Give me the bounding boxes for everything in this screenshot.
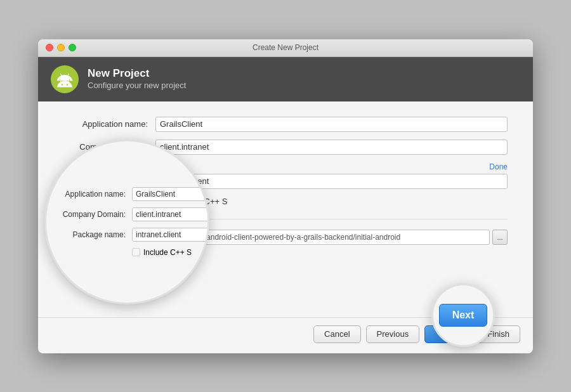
- done-row: Done: [63, 162, 508, 171]
- company-domain-label: Company Domain:: [63, 142, 155, 152]
- close-button[interactable]: [46, 44, 53, 51]
- project-location-label: Project loca...: [63, 232, 155, 242]
- project-location-input[interactable]: [155, 230, 490, 245]
- header-text-block: New Project Configure your new project: [88, 67, 186, 91]
- mag-include-cpp-label: Include C++ S: [143, 248, 192, 257]
- app-name-label: Application name:: [63, 119, 155, 129]
- window-title: Create New Project: [253, 43, 318, 52]
- header-title: New Project: [88, 67, 186, 81]
- cancel-button[interactable]: Cancel: [313, 325, 360, 343]
- header-subtitle: Configure your new project: [88, 81, 186, 91]
- android-logo: [51, 65, 79, 93]
- header-band: New Project Configure your new project: [38, 57, 533, 101]
- finish-button[interactable]: Finish: [476, 325, 520, 343]
- app-name-input[interactable]: [155, 117, 508, 132]
- browse-button[interactable]: ...: [492, 230, 508, 245]
- content-area: Application name: Company Domain: Done P…: [38, 101, 533, 317]
- include-cpp-row: Include C++ S: [163, 197, 508, 206]
- include-cpp-label: Include C++ S: [175, 197, 227, 206]
- done-link[interactable]: Done: [489, 162, 508, 171]
- include-cpp-checkbox[interactable]: [163, 197, 171, 206]
- mag-include-cpp-checkbox: [132, 248, 140, 256]
- minimize-button[interactable]: [57, 44, 65, 51]
- dialog-window: Create New Project New Project Configure…: [38, 39, 533, 353]
- package-name-row: Package name:: [63, 174, 508, 189]
- footer: Cancel Previous Next Finish: [38, 317, 533, 353]
- mag-company-domain-label: Company Domain:: [59, 210, 132, 219]
- app-name-row: Application name:: [63, 117, 508, 132]
- previous-button[interactable]: Previous: [366, 325, 420, 343]
- mag-app-name-label: Application name:: [59, 190, 132, 199]
- package-name-label: Package name:: [63, 176, 155, 186]
- company-domain-row: Company Domain:: [63, 140, 508, 155]
- title-bar: Create New Project: [38, 39, 533, 57]
- company-domain-input[interactable]: [155, 140, 508, 155]
- maximize-button[interactable]: [69, 44, 76, 51]
- traffic-lights: [46, 44, 76, 51]
- project-location-row: Project loca... ...: [63, 219, 508, 245]
- next-button[interactable]: Next: [424, 325, 471, 343]
- package-name-input[interactable]: [155, 174, 508, 189]
